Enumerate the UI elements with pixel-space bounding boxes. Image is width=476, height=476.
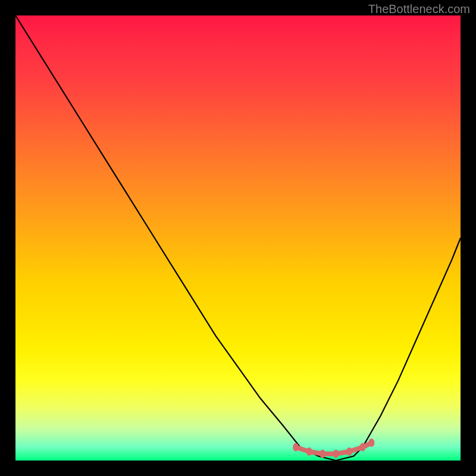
marker-dot [293,443,299,452]
marker-dot [320,450,325,458]
chart-plot-area [15,15,461,461]
marker-dot [359,443,365,452]
marker-dot [333,450,339,458]
marker-dot [306,447,312,456]
marker-dot [346,447,352,456]
watermark-text: TheBottleneck.com [368,2,470,16]
optimal-zone-markers [293,439,374,458]
bottleneck-curve-line [15,15,461,461]
chart-svg [15,15,461,461]
marker-dot [368,439,374,447]
